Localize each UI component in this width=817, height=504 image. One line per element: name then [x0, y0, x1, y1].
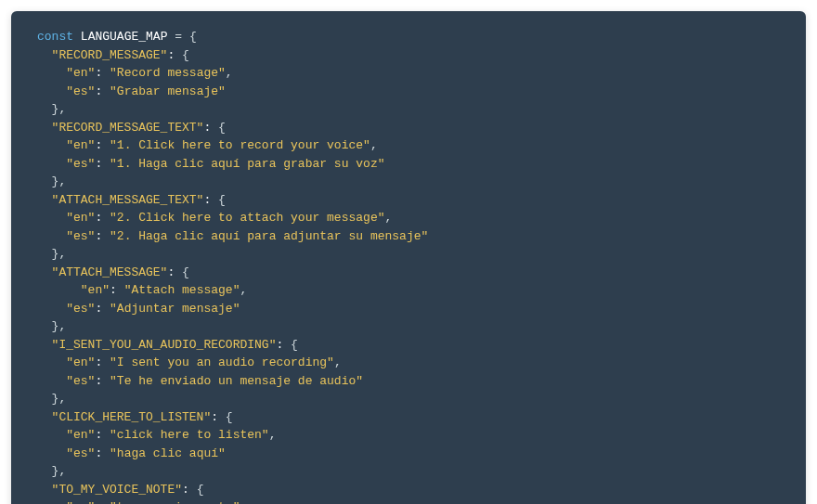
code-line-section-close: }, — [37, 245, 780, 264]
comma: , — [58, 174, 66, 188]
colon: : — [95, 229, 110, 243]
lang-key-es: "es" — [66, 229, 95, 243]
code-line-es: "es": "Te he enviado un mensaje de audio… — [37, 372, 780, 391]
space — [182, 30, 189, 44]
code-line-en: "en": "I sent you an audio recording", — [37, 354, 780, 372]
brace-open: { — [291, 338, 298, 352]
colon: : — [95, 355, 110, 369]
lang-key-en: "en" — [66, 138, 95, 152]
map-key: "ATTACH_MESSAGE_TEXT" — [52, 193, 204, 207]
lang-key-es: "es" — [66, 302, 95, 316]
brace-open: { — [182, 265, 189, 279]
lang-key-en: "en" — [66, 428, 95, 442]
colon: : — [95, 138, 110, 152]
code-line-en: "en": "Record message", — [37, 64, 780, 83]
brace-open: { — [218, 193, 226, 207]
lang-val-en: "I sent you an audio recording" — [110, 355, 334, 369]
comma: , — [269, 428, 277, 442]
code-line-section-open: "ATTACH_MESSAGE": { — [37, 264, 780, 282]
colon: : — [95, 84, 110, 98]
lang-val-es: "2. Haga clic aquí para adjuntar su mens… — [110, 229, 428, 243]
lang-val-en: "to my voice note" — [110, 500, 240, 504]
colon: : — [95, 374, 110, 388]
code-line-section-open: "RECORD_MESSAGE_TEXT": { — [37, 119, 780, 137]
code-line-section-close: }, — [37, 100, 780, 119]
lang-val-en: "click here to listen" — [110, 428, 269, 442]
code-line-es: "es": "1. Haga clic aquí para grabar su … — [37, 155, 780, 174]
code-line-en: "en": "1. Click here to record your voic… — [37, 136, 780, 155]
lang-key-es: "es" — [66, 374, 95, 388]
code-block: const LANGUAGE_MAP = {"RECORD_MESSAGE": … — [11, 11, 806, 504]
lang-val-es: "haga clic aquí" — [110, 446, 226, 460]
brace-open: { — [189, 30, 197, 44]
lang-key-es: "es" — [66, 84, 95, 98]
lang-key-en: "en" — [66, 500, 95, 504]
colon: : — [95, 302, 110, 316]
code-line-section-open: "TO_MY_VOICE_NOTE": { — [37, 481, 780, 499]
colon: : — [203, 121, 218, 135]
brace-open: { — [197, 483, 204, 497]
brace-open: { — [182, 48, 189, 62]
equals: = — [175, 30, 182, 44]
colon: : — [95, 500, 110, 504]
lang-val-es: "Grabar mensaje" — [110, 84, 226, 98]
lang-val-es: "Te he enviado un mensaje de audio" — [110, 374, 363, 388]
comma: , — [334, 355, 342, 369]
code-line-section-close: }, — [37, 317, 780, 336]
comma: , — [226, 66, 233, 80]
identifier: LANGUAGE_MAP — [81, 30, 168, 44]
map-key: "RECORD_MESSAGE" — [52, 48, 168, 62]
colon: : — [110, 283, 124, 297]
brace-open: { — [218, 121, 226, 135]
code-line-en: "en": "click here to listen", — [37, 426, 780, 445]
code-line-section-close: }, — [37, 462, 780, 481]
colon: : — [95, 428, 110, 442]
space — [73, 30, 81, 44]
code-line-es: "es": "Adjuntar mensaje" — [37, 300, 780, 318]
comma: , — [240, 500, 247, 504]
code-line-en: "en": "2. Click here to attach your mess… — [37, 209, 780, 227]
colon: : — [95, 446, 110, 460]
map-key: "CLICK_HERE_TO_LISTEN" — [52, 410, 212, 424]
code-line-decl: const LANGUAGE_MAP = { — [37, 28, 780, 46]
colon: : — [203, 193, 218, 207]
colon: : — [95, 211, 110, 225]
lang-key-es: "es" — [66, 446, 95, 460]
comma: , — [58, 464, 66, 478]
keyword-const: const — [37, 30, 73, 44]
colon: : — [95, 157, 110, 171]
lang-key-en: "en" — [66, 355, 95, 369]
comma: , — [384, 211, 392, 225]
code-line-section-open: "RECORD_MESSAGE": { — [37, 46, 780, 65]
colon: : — [167, 48, 182, 62]
colon: : — [182, 483, 197, 497]
comma: , — [58, 319, 66, 333]
lang-key-en: "en" — [66, 211, 95, 225]
colon: : — [95, 66, 110, 80]
colon: : — [276, 338, 291, 352]
comma: , — [370, 138, 378, 152]
code-line-es: "es": "Grabar mensaje" — [37, 83, 780, 101]
lang-val-es: "1. Haga clic aquí para grabar su voz" — [110, 157, 384, 171]
colon: : — [167, 265, 182, 279]
code-line-section-close: }, — [37, 173, 780, 191]
lang-val-en: "Attach message" — [124, 283, 240, 297]
map-key: "I_SENT_YOU_AN_AUDIO_RECORDING" — [52, 338, 277, 352]
colon: : — [211, 410, 226, 424]
comma: , — [58, 247, 66, 261]
code-line-section-open: "I_SENT_YOU_AN_AUDIO_RECORDING": { — [37, 336, 780, 355]
lang-val-en: "2. Click here to attach your message" — [110, 211, 384, 225]
map-key: "RECORD_MESSAGE_TEXT" — [52, 121, 204, 135]
code-snippet-card: const LANGUAGE_MAP = {"RECORD_MESSAGE": … — [11, 11, 806, 504]
lang-key-en: "en" — [66, 66, 95, 80]
map-key: "TO_MY_VOICE_NOTE" — [52, 483, 182, 497]
comma: , — [58, 102, 66, 116]
code-line-section-open: "CLICK_HERE_TO_LISTEN": { — [37, 408, 780, 427]
lang-key-en: "en" — [81, 283, 110, 297]
code-line-es: "es": "haga clic aquí" — [37, 445, 780, 463]
lang-val-es: "Adjuntar mensaje" — [110, 302, 240, 316]
brace-open: { — [226, 410, 233, 424]
comma: , — [240, 283, 247, 297]
lang-val-en: "1. Click here to record your voice" — [110, 138, 370, 152]
comma: , — [58, 392, 66, 406]
